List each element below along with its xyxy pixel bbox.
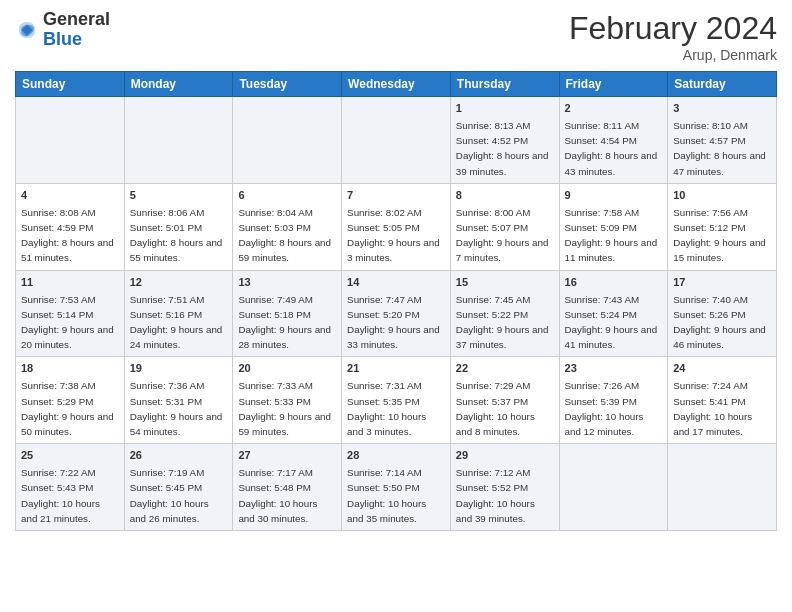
day-number: 28 [347,448,445,464]
calendar-cell: 25Sunrise: 7:22 AM Sunset: 5:43 PM Dayli… [16,444,125,531]
calendar-cell: 5Sunrise: 8:06 AM Sunset: 5:01 PM Daylig… [124,183,233,270]
header: General Blue February 2024 Arup, Denmark [15,10,777,63]
calendar-cell: 27Sunrise: 7:17 AM Sunset: 5:48 PM Dayli… [233,444,342,531]
day-info: Sunrise: 7:22 AM Sunset: 5:43 PM Dayligh… [21,467,100,524]
calendar-cell: 15Sunrise: 7:45 AM Sunset: 5:22 PM Dayli… [450,270,559,357]
day-info: Sunrise: 7:24 AM Sunset: 5:41 PM Dayligh… [673,380,752,437]
calendar-cell: 20Sunrise: 7:33 AM Sunset: 5:33 PM Dayli… [233,357,342,444]
day-info: Sunrise: 8:04 AM Sunset: 5:03 PM Dayligh… [238,207,331,264]
calendar-cell: 8Sunrise: 8:00 AM Sunset: 5:07 PM Daylig… [450,183,559,270]
day-info: Sunrise: 7:31 AM Sunset: 5:35 PM Dayligh… [347,380,426,437]
day-number: 17 [673,275,771,291]
logo-general: General [43,9,110,29]
calendar-cell: 14Sunrise: 7:47 AM Sunset: 5:20 PM Dayli… [342,270,451,357]
day-number: 19 [130,361,228,377]
day-number: 10 [673,188,771,204]
week-row-5: 25Sunrise: 7:22 AM Sunset: 5:43 PM Dayli… [16,444,777,531]
weekday-header-monday: Monday [124,72,233,97]
calendar-cell: 16Sunrise: 7:43 AM Sunset: 5:24 PM Dayli… [559,270,668,357]
day-info: Sunrise: 8:13 AM Sunset: 4:52 PM Dayligh… [456,120,549,177]
calendar-cell: 7Sunrise: 8:02 AM Sunset: 5:05 PM Daylig… [342,183,451,270]
day-info: Sunrise: 7:17 AM Sunset: 5:48 PM Dayligh… [238,467,317,524]
calendar-cell [233,97,342,184]
calendar-cell: 24Sunrise: 7:24 AM Sunset: 5:41 PM Dayli… [668,357,777,444]
location-subtitle: Arup, Denmark [569,47,777,63]
logo-blue: Blue [43,29,82,49]
day-number: 3 [673,101,771,117]
calendar-cell: 22Sunrise: 7:29 AM Sunset: 5:37 PM Dayli… [450,357,559,444]
day-number: 22 [456,361,554,377]
day-info: Sunrise: 8:08 AM Sunset: 4:59 PM Dayligh… [21,207,114,264]
calendar-cell: 29Sunrise: 7:12 AM Sunset: 5:52 PM Dayli… [450,444,559,531]
calendar-cell: 13Sunrise: 7:49 AM Sunset: 5:18 PM Dayli… [233,270,342,357]
day-number: 16 [565,275,663,291]
day-info: Sunrise: 7:26 AM Sunset: 5:39 PM Dayligh… [565,380,644,437]
day-info: Sunrise: 7:40 AM Sunset: 5:26 PM Dayligh… [673,294,766,351]
calendar-cell: 18Sunrise: 7:38 AM Sunset: 5:29 PM Dayli… [16,357,125,444]
calendar-cell: 2Sunrise: 8:11 AM Sunset: 4:54 PM Daylig… [559,97,668,184]
calendar-cell: 21Sunrise: 7:31 AM Sunset: 5:35 PM Dayli… [342,357,451,444]
calendar-cell: 6Sunrise: 8:04 AM Sunset: 5:03 PM Daylig… [233,183,342,270]
day-info: Sunrise: 8:02 AM Sunset: 5:05 PM Dayligh… [347,207,440,264]
calendar-cell: 10Sunrise: 7:56 AM Sunset: 5:12 PM Dayli… [668,183,777,270]
month-title: February 2024 [569,10,777,47]
day-info: Sunrise: 8:00 AM Sunset: 5:07 PM Dayligh… [456,207,549,264]
day-info: Sunrise: 7:45 AM Sunset: 5:22 PM Dayligh… [456,294,549,351]
calendar-cell [16,97,125,184]
calendar-cell: 23Sunrise: 7:26 AM Sunset: 5:39 PM Dayli… [559,357,668,444]
day-number: 14 [347,275,445,291]
day-number: 18 [21,361,119,377]
calendar-cell [342,97,451,184]
calendar-cell [668,444,777,531]
day-number: 1 [456,101,554,117]
calendar-cell: 28Sunrise: 7:14 AM Sunset: 5:50 PM Dayli… [342,444,451,531]
day-info: Sunrise: 7:56 AM Sunset: 5:12 PM Dayligh… [673,207,766,264]
day-info: Sunrise: 7:12 AM Sunset: 5:52 PM Dayligh… [456,467,535,524]
calendar-cell: 9Sunrise: 7:58 AM Sunset: 5:09 PM Daylig… [559,183,668,270]
day-number: 5 [130,188,228,204]
weekday-header-tuesday: Tuesday [233,72,342,97]
calendar-cell [559,444,668,531]
calendar-cell: 12Sunrise: 7:51 AM Sunset: 5:16 PM Dayli… [124,270,233,357]
week-row-4: 18Sunrise: 7:38 AM Sunset: 5:29 PM Dayli… [16,357,777,444]
day-info: Sunrise: 7:51 AM Sunset: 5:16 PM Dayligh… [130,294,223,351]
day-number: 24 [673,361,771,377]
weekday-header-sunday: Sunday [16,72,125,97]
logo-text: General Blue [43,10,110,50]
weekday-header-friday: Friday [559,72,668,97]
calendar-cell: 1Sunrise: 8:13 AM Sunset: 4:52 PM Daylig… [450,97,559,184]
day-info: Sunrise: 7:53 AM Sunset: 5:14 PM Dayligh… [21,294,114,351]
day-info: Sunrise: 8:06 AM Sunset: 5:01 PM Dayligh… [130,207,223,264]
logo: General Blue [15,10,110,50]
day-number: 27 [238,448,336,464]
day-info: Sunrise: 7:58 AM Sunset: 5:09 PM Dayligh… [565,207,658,264]
week-row-2: 4Sunrise: 8:08 AM Sunset: 4:59 PM Daylig… [16,183,777,270]
calendar-cell: 11Sunrise: 7:53 AM Sunset: 5:14 PM Dayli… [16,270,125,357]
week-row-3: 11Sunrise: 7:53 AM Sunset: 5:14 PM Dayli… [16,270,777,357]
day-number: 7 [347,188,445,204]
day-info: Sunrise: 7:29 AM Sunset: 5:37 PM Dayligh… [456,380,535,437]
weekday-header-saturday: Saturday [668,72,777,97]
calendar-cell: 4Sunrise: 8:08 AM Sunset: 4:59 PM Daylig… [16,183,125,270]
calendar-cell: 19Sunrise: 7:36 AM Sunset: 5:31 PM Dayli… [124,357,233,444]
day-info: Sunrise: 7:14 AM Sunset: 5:50 PM Dayligh… [347,467,426,524]
day-info: Sunrise: 7:47 AM Sunset: 5:20 PM Dayligh… [347,294,440,351]
day-info: Sunrise: 7:33 AM Sunset: 5:33 PM Dayligh… [238,380,331,437]
calendar-cell: 3Sunrise: 8:10 AM Sunset: 4:57 PM Daylig… [668,97,777,184]
day-info: Sunrise: 7:49 AM Sunset: 5:18 PM Dayligh… [238,294,331,351]
day-number: 8 [456,188,554,204]
day-info: Sunrise: 7:36 AM Sunset: 5:31 PM Dayligh… [130,380,223,437]
week-row-1: 1Sunrise: 8:13 AM Sunset: 4:52 PM Daylig… [16,97,777,184]
weekday-header-row: SundayMondayTuesdayWednesdayThursdayFrid… [16,72,777,97]
day-info: Sunrise: 8:10 AM Sunset: 4:57 PM Dayligh… [673,120,766,177]
day-number: 4 [21,188,119,204]
day-number: 29 [456,448,554,464]
day-number: 9 [565,188,663,204]
calendar-cell: 26Sunrise: 7:19 AM Sunset: 5:45 PM Dayli… [124,444,233,531]
day-info: Sunrise: 7:19 AM Sunset: 5:45 PM Dayligh… [130,467,209,524]
calendar-cell: 17Sunrise: 7:40 AM Sunset: 5:26 PM Dayli… [668,270,777,357]
day-number: 15 [456,275,554,291]
day-number: 12 [130,275,228,291]
title-area: February 2024 Arup, Denmark [569,10,777,63]
logo-icon [15,18,39,42]
